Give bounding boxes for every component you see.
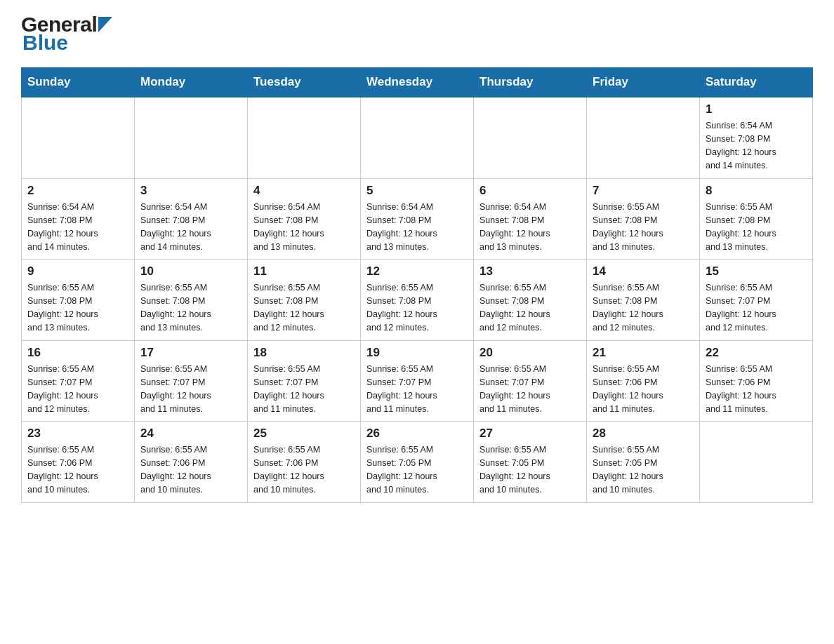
day-info: Sunrise: 6:55 AM Sunset: 7:07 PM Dayligh… bbox=[140, 364, 211, 414]
weekday-header-sunday: Sunday bbox=[22, 68, 135, 98]
calendar-cell: 18Sunrise: 6:55 AM Sunset: 7:07 PM Dayli… bbox=[248, 340, 361, 422]
calendar-cell: 20Sunrise: 6:55 AM Sunset: 7:07 PM Dayli… bbox=[474, 340, 587, 422]
week-row-2: 2Sunrise: 6:54 AM Sunset: 7:08 PM Daylig… bbox=[22, 178, 813, 260]
logo: General Blue bbox=[21, 14, 112, 55]
day-number: 1 bbox=[706, 102, 807, 116]
weekday-header-wednesday: Wednesday bbox=[361, 68, 474, 98]
svg-marker-0 bbox=[98, 17, 112, 32]
day-info: Sunrise: 6:55 AM Sunset: 7:06 PM Dayligh… bbox=[27, 445, 98, 495]
day-number: 7 bbox=[593, 184, 694, 198]
day-number: 5 bbox=[366, 184, 468, 198]
calendar-cell: 6Sunrise: 6:54 AM Sunset: 7:08 PM Daylig… bbox=[474, 178, 587, 260]
day-info: Sunrise: 6:55 AM Sunset: 7:07 PM Dayligh… bbox=[366, 364, 437, 414]
day-number: 27 bbox=[479, 427, 581, 441]
weekday-header-thursday: Thursday bbox=[474, 68, 587, 98]
day-info: Sunrise: 6:54 AM Sunset: 7:08 PM Dayligh… bbox=[140, 202, 211, 252]
logo-blue-label: Blue bbox=[22, 31, 68, 55]
day-number: 6 bbox=[479, 184, 581, 198]
day-info: Sunrise: 6:55 AM Sunset: 7:08 PM Dayligh… bbox=[140, 283, 211, 333]
logo-triangle-icon bbox=[98, 17, 112, 32]
calendar-cell: 27Sunrise: 6:55 AM Sunset: 7:05 PM Dayli… bbox=[474, 422, 587, 503]
calendar-cell: 13Sunrise: 6:55 AM Sunset: 7:08 PM Dayli… bbox=[474, 260, 587, 341]
weekday-header-monday: Monday bbox=[135, 68, 248, 98]
calendar-cell: 28Sunrise: 6:55 AM Sunset: 7:05 PM Dayli… bbox=[587, 422, 700, 503]
calendar-cell bbox=[474, 97, 587, 178]
day-number: 25 bbox=[253, 427, 355, 441]
calendar-cell: 22Sunrise: 6:55 AM Sunset: 7:06 PM Dayli… bbox=[700, 340, 813, 422]
calendar-cell: 11Sunrise: 6:55 AM Sunset: 7:08 PM Dayli… bbox=[248, 260, 361, 341]
weekday-header-friday: Friday bbox=[587, 68, 700, 98]
calendar-cell: 7Sunrise: 6:55 AM Sunset: 7:08 PM Daylig… bbox=[587, 178, 700, 260]
calendar-cell: 10Sunrise: 6:55 AM Sunset: 7:08 PM Dayli… bbox=[135, 260, 248, 341]
weekday-header-tuesday: Tuesday bbox=[248, 68, 361, 98]
day-info: Sunrise: 6:54 AM Sunset: 7:08 PM Dayligh… bbox=[366, 202, 437, 252]
calendar-cell: 17Sunrise: 6:55 AM Sunset: 7:07 PM Dayli… bbox=[135, 340, 248, 422]
calendar-cell: 9Sunrise: 6:55 AM Sunset: 7:08 PM Daylig… bbox=[22, 260, 135, 341]
calendar-table: SundayMondayTuesdayWednesdayThursdayFrid… bbox=[21, 67, 813, 503]
calendar-cell: 4Sunrise: 6:54 AM Sunset: 7:08 PM Daylig… bbox=[248, 178, 361, 260]
day-number: 17 bbox=[140, 346, 241, 360]
calendar-cell: 21Sunrise: 6:55 AM Sunset: 7:06 PM Dayli… bbox=[587, 340, 700, 422]
day-number: 14 bbox=[593, 264, 694, 279]
day-number: 13 bbox=[479, 264, 581, 279]
day-number: 3 bbox=[140, 184, 241, 198]
day-number: 19 bbox=[366, 346, 468, 360]
day-number: 22 bbox=[706, 346, 807, 360]
day-info: Sunrise: 6:55 AM Sunset: 7:07 PM Dayligh… bbox=[479, 364, 550, 414]
calendar-cell: 12Sunrise: 6:55 AM Sunset: 7:08 PM Dayli… bbox=[361, 260, 474, 341]
day-info: Sunrise: 6:55 AM Sunset: 7:05 PM Dayligh… bbox=[593, 445, 663, 495]
day-info: Sunrise: 6:55 AM Sunset: 7:07 PM Dayligh… bbox=[27, 364, 98, 414]
day-number: 24 bbox=[140, 427, 241, 441]
day-number: 18 bbox=[253, 346, 355, 360]
calendar-cell bbox=[361, 97, 474, 178]
day-info: Sunrise: 6:55 AM Sunset: 7:05 PM Dayligh… bbox=[366, 445, 437, 495]
day-info: Sunrise: 6:54 AM Sunset: 7:08 PM Dayligh… bbox=[706, 121, 776, 170]
calendar-cell: 1Sunrise: 6:54 AM Sunset: 7:08 PM Daylig… bbox=[700, 97, 813, 178]
week-row-5: 23Sunrise: 6:55 AM Sunset: 7:06 PM Dayli… bbox=[22, 422, 813, 503]
day-info: Sunrise: 6:54 AM Sunset: 7:08 PM Dayligh… bbox=[253, 202, 324, 252]
calendar-cell: 2Sunrise: 6:54 AM Sunset: 7:08 PM Daylig… bbox=[22, 178, 135, 260]
calendar-cell: 24Sunrise: 6:55 AM Sunset: 7:06 PM Dayli… bbox=[135, 422, 248, 503]
day-info: Sunrise: 6:55 AM Sunset: 7:08 PM Dayligh… bbox=[706, 202, 776, 252]
day-info: Sunrise: 6:55 AM Sunset: 7:08 PM Dayligh… bbox=[593, 202, 663, 252]
calendar-cell: 16Sunrise: 6:55 AM Sunset: 7:07 PM Dayli… bbox=[22, 340, 135, 422]
calendar-cell bbox=[700, 422, 813, 503]
day-info: Sunrise: 6:55 AM Sunset: 7:08 PM Dayligh… bbox=[593, 283, 663, 333]
day-number: 15 bbox=[706, 264, 807, 279]
calendar-cell: 23Sunrise: 6:55 AM Sunset: 7:06 PM Dayli… bbox=[22, 422, 135, 503]
calendar-cell: 25Sunrise: 6:55 AM Sunset: 7:06 PM Dayli… bbox=[248, 422, 361, 503]
day-number: 4 bbox=[253, 184, 355, 198]
week-row-4: 16Sunrise: 6:55 AM Sunset: 7:07 PM Dayli… bbox=[22, 340, 813, 422]
day-number: 11 bbox=[253, 264, 355, 279]
day-info: Sunrise: 6:54 AM Sunset: 7:08 PM Dayligh… bbox=[479, 202, 550, 252]
day-number: 26 bbox=[366, 427, 468, 441]
day-number: 10 bbox=[140, 264, 241, 279]
page-header: General Blue bbox=[21, 14, 813, 55]
day-number: 21 bbox=[593, 346, 694, 360]
day-info: Sunrise: 6:55 AM Sunset: 7:05 PM Dayligh… bbox=[479, 445, 550, 495]
day-info: Sunrise: 6:55 AM Sunset: 7:07 PM Dayligh… bbox=[706, 283, 776, 333]
calendar-cell bbox=[135, 97, 248, 178]
day-info: Sunrise: 6:55 AM Sunset: 7:08 PM Dayligh… bbox=[366, 283, 437, 333]
calendar-cell: 8Sunrise: 6:55 AM Sunset: 7:08 PM Daylig… bbox=[700, 178, 813, 260]
day-info: Sunrise: 6:55 AM Sunset: 7:06 PM Dayligh… bbox=[140, 445, 211, 495]
day-number: 23 bbox=[27, 427, 128, 441]
day-number: 8 bbox=[706, 184, 807, 198]
day-number: 28 bbox=[593, 427, 694, 441]
day-info: Sunrise: 6:55 AM Sunset: 7:08 PM Dayligh… bbox=[479, 283, 550, 333]
day-info: Sunrise: 6:55 AM Sunset: 7:06 PM Dayligh… bbox=[593, 364, 663, 414]
day-number: 16 bbox=[27, 346, 128, 360]
calendar-cell bbox=[587, 97, 700, 178]
calendar-cell bbox=[22, 97, 135, 178]
week-row-1: 1Sunrise: 6:54 AM Sunset: 7:08 PM Daylig… bbox=[22, 97, 813, 178]
day-number: 9 bbox=[27, 264, 128, 279]
day-info: Sunrise: 6:55 AM Sunset: 7:06 PM Dayligh… bbox=[253, 445, 324, 495]
calendar-cell: 19Sunrise: 6:55 AM Sunset: 7:07 PM Dayli… bbox=[361, 340, 474, 422]
calendar-cell: 14Sunrise: 6:55 AM Sunset: 7:08 PM Dayli… bbox=[587, 260, 700, 341]
day-info: Sunrise: 6:55 AM Sunset: 7:08 PM Dayligh… bbox=[27, 283, 98, 333]
week-row-3: 9Sunrise: 6:55 AM Sunset: 7:08 PM Daylig… bbox=[22, 260, 813, 341]
day-info: Sunrise: 6:54 AM Sunset: 7:08 PM Dayligh… bbox=[27, 202, 98, 252]
day-number: 12 bbox=[366, 264, 468, 279]
day-number: 2 bbox=[27, 184, 128, 198]
calendar-cell: 3Sunrise: 6:54 AM Sunset: 7:08 PM Daylig… bbox=[135, 178, 248, 260]
